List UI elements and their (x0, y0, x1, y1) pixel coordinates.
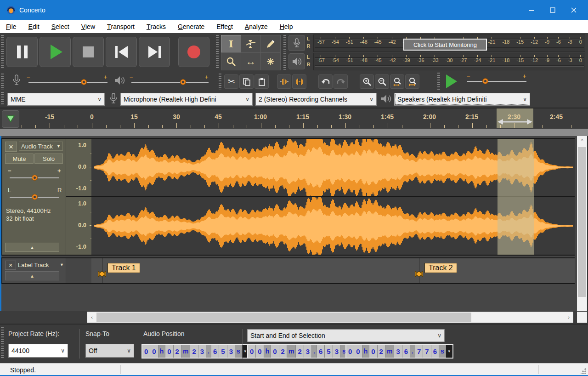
time-digit[interactable]: 0 (271, 345, 278, 358)
envelope-tool-button[interactable] (241, 35, 261, 53)
cut-button[interactable]: ✂ (224, 74, 238, 89)
selection-toolbar-grip[interactable] (1, 327, 4, 359)
close-button[interactable] (563, 0, 584, 20)
snap-to-select[interactable]: Off∨ (85, 344, 134, 358)
stop-button[interactable] (73, 37, 104, 67)
vertical-scrollbar-thumb[interactable] (578, 147, 586, 297)
time-digit[interactable]: 0 (150, 345, 158, 358)
menu-effect[interactable]: Effect (210, 20, 239, 33)
silence-audio-button[interactable] (292, 74, 306, 89)
menu-file[interactable]: File (0, 20, 23, 33)
vertical-scrollbar[interactable]: ⌃ (577, 136, 587, 311)
input-device-select[interactable]: Microphone (Realtek High Defini∨ (120, 93, 253, 106)
audio-track-menu-button[interactable]: Audio Track ▼ (19, 142, 63, 151)
menu-edit[interactable]: Edit (23, 20, 45, 33)
time-digit[interactable]: 2 (174, 345, 181, 358)
playback-volume-slider-thumb[interactable] (180, 79, 186, 85)
selection-start-field[interactable]: 00h02m23.653s▼ (247, 344, 355, 359)
play-at-speed-button[interactable] (444, 74, 459, 89)
timeline-ruler[interactable]: -1501530451:001:151:301:452:002:152:302:… (0, 108, 588, 129)
time-digit[interactable]: 0 (248, 345, 255, 358)
label-track-menu-button[interactable]: Label Track ▼ (18, 261, 64, 269)
time-digit[interactable]: 3 (227, 345, 235, 358)
time-digit[interactable]: h (362, 345, 369, 358)
time-digit[interactable]: h (264, 345, 271, 358)
audio-track-collapse-button[interactable]: ▲ (5, 243, 59, 252)
menu-help[interactable]: Help (274, 20, 299, 33)
transport-toolbar-grip[interactable] (1, 35, 4, 69)
zoom-in-button[interactable] (360, 74, 374, 89)
waveform-channel-1[interactable] (91, 139, 575, 196)
label-track-collapse-button[interactable]: ▲ (5, 271, 59, 280)
time-shift-tool-button[interactable]: ↔ (241, 52, 261, 70)
time-digit[interactable]: m (287, 345, 295, 358)
skip-to-start-button[interactable] (106, 37, 137, 67)
playback-meter[interactable]: -57-54-51-48-45-42-39-36-33-30-27-24-21-… (313, 53, 585, 70)
minimize-button[interactable] (521, 0, 542, 20)
time-digit[interactable]: 3 (394, 345, 401, 358)
solo-button[interactable]: Solo (34, 154, 63, 164)
time-digit[interactable]: 2 (296, 345, 303, 358)
resize-grip[interactable] (581, 368, 586, 374)
zoom-selection-button[interactable] (390, 74, 404, 89)
device-toolbar-grip[interactable] (1, 92, 4, 106)
paste-button[interactable] (254, 74, 269, 89)
record-volume-slider-thumb[interactable] (81, 79, 87, 85)
playback-meter-button[interactable] (288, 53, 305, 69)
pan-slider-thumb[interactable] (32, 194, 38, 200)
time-digit[interactable]: h (158, 345, 165, 358)
zoom-tool-button[interactable] (221, 52, 241, 70)
scroll-left-button[interactable]: ‹ (88, 312, 96, 323)
label-marker-handle-icon[interactable] (98, 269, 106, 279)
menu-tracks[interactable]: Tracks (141, 20, 172, 33)
skip-to-end-button[interactable] (139, 37, 170, 67)
time-digit[interactable]: 3 (198, 345, 206, 358)
tools-toolbar-grip[interactable] (216, 35, 219, 69)
time-digit[interactable]: 3 (304, 345, 311, 358)
pause-button[interactable] (6, 37, 38, 67)
record-button[interactable] (178, 37, 209, 67)
selection-tool-button[interactable]: I (221, 35, 241, 53)
time-digit[interactable]: 0 (165, 345, 173, 358)
time-digit[interactable]: 0 (346, 345, 354, 358)
time-digit[interactable]: 3 (333, 345, 340, 358)
menu-generate[interactable]: Generate (172, 20, 210, 33)
time-digit[interactable]: . (410, 345, 415, 358)
menu-transport[interactable]: Transport (101, 20, 141, 33)
label-marker-handle-icon[interactable] (415, 269, 423, 279)
selection-mode-select[interactable]: Start and End of Selection∨ (247, 329, 445, 342)
time-digit[interactable]: . (312, 345, 317, 358)
redo-button[interactable] (334, 74, 348, 89)
title-bar[interactable]: Concerto (0, 0, 588, 20)
time-digit[interactable]: 6 (402, 345, 410, 358)
time-digit[interactable]: s (439, 345, 446, 358)
time-digit[interactable]: 5 (219, 345, 226, 358)
draw-tool-button[interactable] (260, 35, 281, 53)
scroll-up-button[interactable]: ⌃ (577, 137, 587, 145)
scroll-right-button[interactable]: › (565, 312, 572, 323)
time-digit[interactable]: 0 (142, 345, 150, 358)
trim-audio-button[interactable] (277, 74, 291, 89)
copy-button[interactable] (239, 74, 254, 89)
mute-button[interactable]: Mute (5, 154, 34, 164)
maximize-button[interactable] (542, 0, 563, 20)
label-track-close-button[interactable]: ✕ (5, 261, 16, 270)
time-digit[interactable]: 2 (190, 345, 198, 358)
record-volume-slider[interactable] (28, 82, 107, 83)
multi-tool-button[interactable]: ✳ (260, 52, 281, 70)
time-digit[interactable]: 2 (279, 345, 287, 358)
playback-meter-grip[interactable] (283, 53, 286, 70)
play-at-speed-grip[interactable] (437, 73, 440, 91)
edit-toolbar-grip[interactable] (219, 74, 221, 90)
time-digit[interactable]: . (206, 345, 211, 358)
horizontal-scrollbar-thumb[interactable] (96, 313, 471, 322)
time-digit[interactable]: 0 (354, 345, 362, 358)
time-digit[interactable]: 6 (431, 345, 439, 358)
time-digit[interactable]: 7 (415, 345, 423, 358)
time-digit[interactable]: m (181, 345, 190, 358)
project-rate-select[interactable]: 44100∨ (8, 344, 68, 358)
record-meter-button[interactable] (288, 35, 305, 51)
selection-end-field[interactable]: 00h02m36.776s▼ (345, 344, 453, 359)
menu-select[interactable]: Select (45, 20, 75, 33)
playback-volume-slider[interactable] (131, 82, 209, 83)
